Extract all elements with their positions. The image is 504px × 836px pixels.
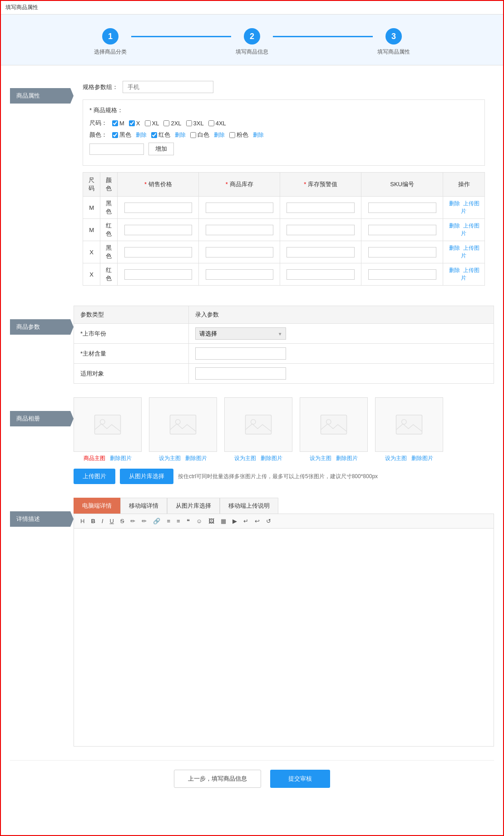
delete-photo-1[interactable]: 删除图片 <box>110 455 132 461</box>
stock-input-3[interactable] <box>206 247 273 257</box>
td-stock-1[interactable] <box>199 197 280 219</box>
size-XL[interactable]: XL <box>145 120 159 127</box>
delete-photo-2[interactable]: 删除图片 <box>185 455 207 461</box>
price-input-4[interactable] <box>124 269 192 280</box>
toolbar-list-ol[interactable]: ≡ <box>175 517 182 525</box>
delete-row-4[interactable]: 删除 <box>449 267 460 273</box>
material-input[interactable] <box>195 347 286 360</box>
delete-photo-4[interactable]: 删除图片 <box>336 455 358 461</box>
td-stock-4[interactable] <box>199 263 280 286</box>
stock-input-4[interactable] <box>206 269 273 280</box>
sku-input-3[interactable] <box>368 247 436 257</box>
size-X[interactable]: X <box>129 120 140 127</box>
toolbar-pencil2[interactable]: ✏ <box>140 517 148 525</box>
year-select[interactable]: 请选择 <box>195 327 286 340</box>
upload-button[interactable]: 上传图片 <box>74 469 115 484</box>
toolbar-break[interactable]: ↵ <box>242 517 250 525</box>
toolbar-u[interactable]: U <box>108 517 115 525</box>
upload-img-2[interactable]: 上传图片 <box>461 223 480 237</box>
sku-input-1[interactable] <box>368 203 436 213</box>
toolbar-redo[interactable]: ↺ <box>264 517 273 525</box>
td-price-3[interactable] <box>118 241 199 263</box>
svg-rect-6 <box>321 415 347 434</box>
toolbar-emoji[interactable]: ☺ <box>194 517 204 525</box>
color-red[interactable]: 红色 <box>151 131 170 139</box>
td-stock-3[interactable] <box>199 241 280 263</box>
set-main-2[interactable]: 设为主图 <box>159 455 181 461</box>
color-black[interactable]: 黑色 <box>112 131 131 139</box>
toolbar-i[interactable]: I <box>100 517 105 525</box>
delete-photo-3[interactable]: 删除图片 <box>261 455 282 461</box>
td-warning-1[interactable] <box>280 197 361 219</box>
tab-from-library[interactable]: 从图片库选择 <box>167 498 220 514</box>
toolbar-table[interactable]: ▦ <box>219 517 228 525</box>
toolbar-h[interactable]: H <box>79 517 86 525</box>
color-pink[interactable]: 粉色 <box>229 131 248 139</box>
size-M[interactable]: M <box>112 120 124 127</box>
delete-row-2[interactable]: 删除 <box>449 223 460 229</box>
stock-input-1[interactable] <box>206 203 273 213</box>
toolbar-pencil1[interactable]: ✏ <box>128 517 137 525</box>
toolbar-video[interactable]: ▶ <box>231 517 239 525</box>
spec-params-input[interactable] <box>123 81 213 93</box>
add-button[interactable]: 增加 <box>148 143 174 155</box>
tab-mobile-detail[interactable]: 移动端详情 <box>120 498 167 514</box>
upload-img-4[interactable]: 上传图片 <box>461 267 480 281</box>
warning-input-4[interactable] <box>287 269 354 280</box>
library-button[interactable]: 从图片库选择 <box>120 469 173 484</box>
editor-body[interactable] <box>74 529 494 747</box>
price-input-3[interactable] <box>124 247 192 257</box>
delete-red-link[interactable]: 删除 <box>175 131 186 139</box>
prev-button[interactable]: 上一步，填写商品信息 <box>174 770 261 788</box>
sku-input-4[interactable] <box>368 269 436 280</box>
set-main-4[interactable]: 设为主图 <box>310 455 331 461</box>
warning-input-1[interactable] <box>287 203 354 213</box>
price-input-1[interactable] <box>124 203 192 213</box>
stock-input-2[interactable] <box>206 225 273 235</box>
td-stock-2[interactable] <box>199 219 280 241</box>
delete-row-3[interactable]: 删除 <box>449 245 460 251</box>
toolbar-image[interactable]: 🖼 <box>207 517 216 525</box>
upload-img-1[interactable]: 上传图片 <box>461 200 480 214</box>
delete-row-1[interactable]: 删除 <box>449 200 460 207</box>
tab-pc-detail[interactable]: 电脑端详情 <box>74 498 120 514</box>
target-input[interactable] <box>195 367 286 380</box>
size-2XL[interactable]: 2XL <box>163 120 181 127</box>
td-warning-3[interactable] <box>280 241 361 263</box>
set-main-3[interactable]: 设为主图 <box>234 455 256 461</box>
warning-input-2[interactable] <box>287 225 354 235</box>
toolbar-b[interactable]: B <box>89 517 97 525</box>
color-white[interactable]: 白色 <box>190 131 209 139</box>
delete-black-link[interactable]: 删除 <box>136 131 147 139</box>
sku-input-2[interactable] <box>368 225 436 235</box>
td-sku-3[interactable] <box>361 241 443 263</box>
toolbar-undo[interactable]: ↩ <box>253 517 262 525</box>
td-sku-4[interactable] <box>361 263 443 286</box>
toolbar-s[interactable]: S <box>119 517 126 525</box>
toolbar-quote[interactable]: ❝ <box>185 517 192 525</box>
td-sku-2[interactable] <box>361 219 443 241</box>
set-main-5[interactable]: 设为主图 <box>385 455 407 461</box>
year-select-wrapper[interactable]: 请选择 <box>195 327 286 340</box>
td-color-4: 红色 <box>100 263 118 286</box>
td-price-1[interactable] <box>118 197 199 219</box>
size-4XL[interactable]: 4XL <box>208 120 226 127</box>
step-3-label: 填写商品属性 <box>377 48 410 56</box>
delete-white-link[interactable]: 删除 <box>214 131 225 139</box>
tab-mobile-upload-desc[interactable]: 移动端上传说明 <box>220 498 278 514</box>
delete-pink-link[interactable]: 删除 <box>253 131 264 139</box>
delete-photo-5[interactable]: 删除图片 <box>411 455 433 461</box>
add-color-input[interactable] <box>89 143 144 155</box>
td-sku-1[interactable] <box>361 197 443 219</box>
td-warning-2[interactable] <box>280 219 361 241</box>
td-price-4[interactable] <box>118 263 199 286</box>
submit-button[interactable]: 提交审核 <box>270 770 330 788</box>
size-3XL[interactable]: 3XL <box>186 120 204 127</box>
upload-img-3[interactable]: 上传图片 <box>461 245 480 259</box>
price-input-2[interactable] <box>124 225 192 235</box>
td-warning-4[interactable] <box>280 263 361 286</box>
toolbar-list-ul[interactable]: ≡ <box>165 517 172 525</box>
toolbar-link[interactable]: 🔗 <box>151 517 162 525</box>
warning-input-3[interactable] <box>287 247 354 257</box>
td-price-2[interactable] <box>118 219 199 241</box>
